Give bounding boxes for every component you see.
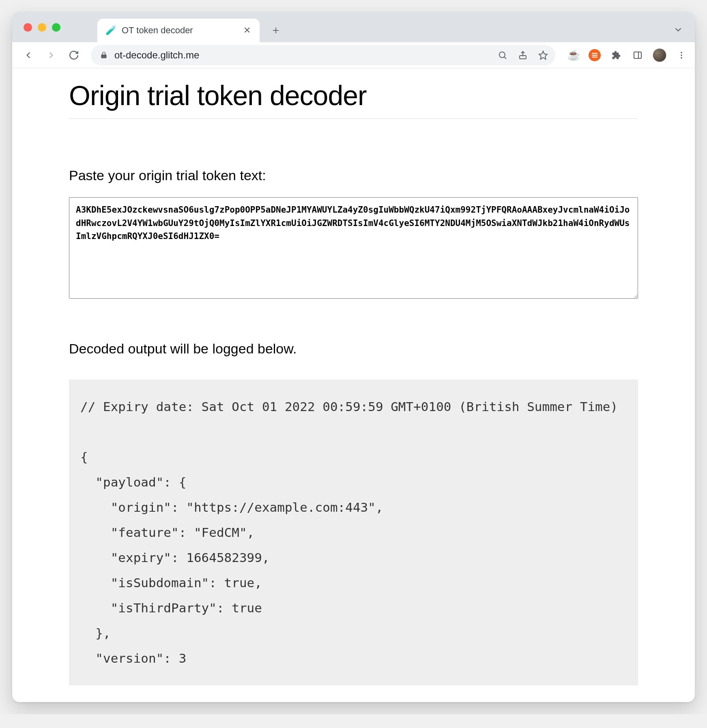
token-input-label: Paste your origin trial token text:: [69, 168, 638, 183]
minimize-window-button[interactable]: [38, 23, 46, 32]
orange-circle-extension-icon[interactable]: [589, 49, 601, 61]
search-icon[interactable]: [497, 50, 508, 61]
tab-title: OT token decoder: [122, 25, 236, 36]
profile-avatar[interactable]: [653, 48, 666, 62]
address-bar[interactable]: ot-decode.glitch.me: [91, 45, 555, 65]
side-panel-icon[interactable]: [631, 48, 645, 62]
toolbar: ot-decode.glitch.me ☕: [12, 42, 695, 68]
forward-button[interactable]: [41, 45, 61, 65]
tab-bar: 🧪 OT token decoder ✕ ＋: [12, 12, 695, 42]
window-controls: [24, 23, 60, 32]
fullscreen-window-button[interactable]: [52, 23, 60, 32]
output-label: Decoded output will be logged below.: [69, 341, 638, 357]
close-window-button[interactable]: [24, 23, 32, 32]
token-input[interactable]: [69, 197, 638, 299]
lock-icon: [100, 51, 108, 59]
extension-icons: ☕: [567, 48, 688, 62]
favicon-icon: 🧪: [105, 25, 116, 36]
omnibox-actions: [497, 50, 549, 61]
browser-window: 🧪 OT token decoder ✕ ＋ ot-decode.glitch.…: [12, 12, 695, 702]
page-title: Origin trial token decoder: [69, 80, 638, 119]
svg-rect-4: [634, 52, 641, 58]
menu-dots-icon[interactable]: [675, 48, 688, 62]
extensions-puzzle-icon[interactable]: [609, 48, 623, 62]
page-content: Origin trial token decoder Paste your or…: [12, 68, 695, 702]
tabs: 🧪 OT token decoder ✕ ＋: [97, 12, 285, 42]
close-tab-button[interactable]: ✕: [242, 25, 252, 36]
svg-point-8: [681, 57, 682, 58]
coffee-extension-icon[interactable]: ☕: [567, 48, 580, 62]
svg-point-7: [681, 54, 682, 56]
tab-active[interactable]: 🧪 OT token decoder ✕: [97, 19, 260, 42]
back-button[interactable]: [19, 45, 38, 65]
decoded-output: // Expiry date: Sat Oct 01 2022 00:59:59…: [69, 379, 638, 685]
svg-line-1: [505, 57, 507, 59]
reload-button[interactable]: [64, 45, 84, 65]
bookmark-star-icon[interactable]: [537, 50, 549, 61]
share-icon[interactable]: [517, 50, 529, 61]
svg-point-0: [499, 52, 505, 58]
svg-point-6: [681, 52, 682, 53]
tab-list-dropdown[interactable]: [671, 23, 685, 37]
url-text: ot-decode.glitch.me: [114, 50, 490, 61]
new-tab-button[interactable]: ＋: [267, 21, 285, 39]
svg-marker-3: [539, 51, 547, 59]
